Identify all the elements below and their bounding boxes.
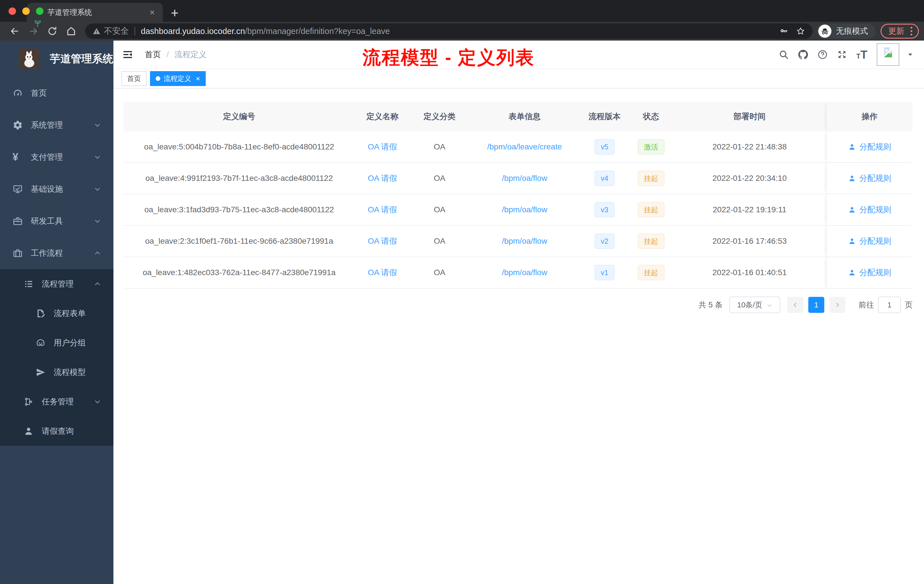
sidebar-item-label: 任务管理 [42,396,74,407]
sidebar-item-label: 基础设施 [31,184,63,195]
next-page-button[interactable] [830,297,845,313]
search-icon[interactable] [779,49,789,60]
avatar-caret-down-icon[interactable] [907,51,914,58]
sidebar-logo[interactable]: 芋道管理系统 [0,41,114,77]
definition-name-link[interactable]: OA 请假 [368,236,397,247]
assign-rule-label: 分配规则 [860,142,891,152]
face-icon [35,338,46,348]
user-icon [848,143,856,151]
tag-close-icon[interactable]: × [195,75,200,82]
goto-page-input[interactable]: 1 [878,297,901,313]
status-badge: 挂起 [638,233,665,249]
prev-page-button[interactable] [787,297,803,313]
bookmark-star-icon[interactable] [796,26,805,36]
home-icon[interactable] [66,26,77,36]
column-header-部署时间: 部署时间 [673,102,826,132]
window-controls [8,7,43,15]
deploy-time: 2022-01-16 01:40:51 [673,257,826,288]
user-icon [23,426,34,436]
form-link[interactable]: /bpm/oa/flow [502,268,548,277]
definition-name-link[interactable]: OA 请假 [368,267,397,278]
tag-流程定义[interactable]: 流程定义× [150,71,206,86]
user-icon [848,269,856,277]
assign-rule-link[interactable]: 分配规则 [848,142,891,152]
close-window-button[interactable] [8,7,16,15]
url-path: /bpm/manager/definition?key=oa_leave [245,26,390,36]
help-icon[interactable] [817,49,828,60]
definition-id: oa_leave:5:004b710b-7b8a-11ec-8ef0-acde4… [124,132,355,162]
minimize-window-button[interactable] [22,7,30,15]
fullscreen-icon[interactable] [837,49,847,60]
reload-icon[interactable] [47,26,58,36]
sidebar-item-研发工具[interactable]: 研发工具 [0,205,114,237]
definition-category: OA [410,163,469,194]
definition-id: oa_leave:2:3c1f0ef1-76b1-11ec-9c66-a2380… [124,226,355,257]
tag-label: 流程定义 [164,74,191,83]
sidebar-item-流程管理[interactable]: 流程管理 [0,269,114,299]
total-count-label: 共 5 条 [699,300,723,310]
breadcrumb-current: 流程定义 [175,49,206,60]
sidebar-item-label: 请假查询 [42,426,74,437]
sidebar-item-用户分组[interactable]: 用户分组 [0,328,114,358]
incognito-label: 无痕模式 [836,26,868,36]
tag-首页[interactable]: 首页 [121,71,147,86]
new-tab-button[interactable]: + [171,6,178,20]
sidebar-toggle-icon[interactable] [122,49,134,60]
sidebar-item-流程模型[interactable]: 流程模型 [0,358,114,387]
url-bar[interactable]: 不安全 dashboard.yudao.iocoder.cn/bpm/manag… [85,23,813,39]
back-icon[interactable] [9,26,20,36]
form-link[interactable]: /bpm/oa/flow [502,174,548,183]
table-row: oa_leave:2:3c1f0ef1-76b1-11ec-9c66-a2380… [124,226,912,257]
sidebar-item-请假查询[interactable]: 请假查询 [0,416,114,446]
breadcrumb-separator: / [167,50,169,59]
sidebar-item-工作流程[interactable]: 工作流程 [0,237,114,269]
github-icon[interactable] [798,49,808,60]
goto-label: 前往 [858,300,874,310]
sidebar-item-支付管理[interactable]: ¥支付管理 [0,141,114,173]
assign-rule-link[interactable]: 分配规则 [848,173,891,184]
assign-rule-link[interactable]: 分配规则 [848,267,891,278]
breadcrumb-home[interactable]: 首页 [145,49,161,60]
definition-name-link[interactable]: OA 请假 [368,204,397,215]
monitor-icon [13,184,23,194]
sidebar-item-基础设施[interactable]: 基础设施 [0,173,114,205]
status-badge: 激活 [638,139,665,155]
app-title: 芋道管理系统 [50,52,113,66]
rabbit-logo-avatar [19,49,39,69]
page-size-select[interactable]: 10条/页 [729,297,780,313]
form-link[interactable]: /bpm/oa/flow [502,205,548,214]
form-link[interactable]: /bpm/oa/flow [502,237,548,246]
sidebar-item-任务管理[interactable]: 任务管理 [0,387,114,416]
definition-name-link[interactable]: OA 请假 [368,173,397,184]
sidebar-item-首页[interactable]: 首页 [0,77,114,109]
browser-tab[interactable]: 芋道管理系统 × [27,3,163,22]
assign-rule-link[interactable]: 分配规则 [848,236,891,247]
font-size-icon[interactable]: TT [856,48,868,61]
page-number-1[interactable]: 1 [808,297,824,313]
column-header-定义名称: 定义名称 [355,102,410,132]
sidebar-item-系统管理[interactable]: 系统管理 [0,109,114,141]
suitcase-icon [13,248,23,258]
browser-menu-kebab-icon[interactable] [908,27,914,35]
deploy-time: 2022-01-22 19:19:11 [673,194,826,225]
status-badge: 挂起 [638,265,665,280]
page-header: 首页 / 流程定义 流程模型 - 定义列表 [114,41,924,69]
password-key-icon[interactable] [779,26,789,36]
assign-rule-link[interactable]: 分配规则 [848,204,891,215]
update-label: 更新 [888,26,904,36]
chevron-up-icon [93,280,101,288]
user-icon [848,237,856,245]
sidebar-item-流程表单[interactable]: 流程表单 [0,299,114,328]
column-header-定义分类: 定义分类 [410,102,469,132]
browser-toolbar: 不安全 dashboard.yudao.iocoder.cn/bpm/manag… [0,22,924,41]
avatar[interactable] [876,43,899,66]
select-caret-down-icon [766,302,772,308]
form-link[interactable]: /bpm/oa/leave/create [487,142,562,152]
tree-icon [23,397,34,407]
status-badge: 挂起 [638,171,665,186]
update-button[interactable]: 更新 [881,24,919,39]
tab-close-icon[interactable]: × [148,7,157,18]
definition-name-link[interactable]: OA 请假 [368,142,397,152]
definition-id: oa_leave:4:991f2193-7b7f-11ec-a3c8-acde4… [124,163,355,194]
maximize-window-button[interactable] [36,7,43,15]
